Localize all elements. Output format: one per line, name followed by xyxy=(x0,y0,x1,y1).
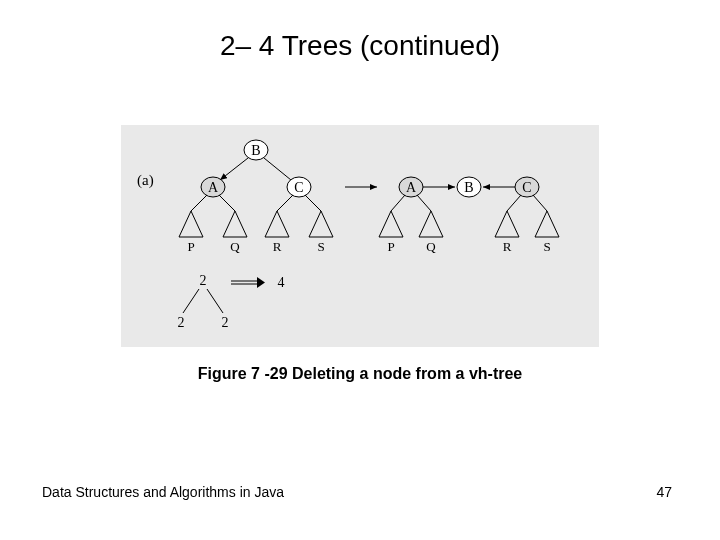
frag-top: 2 xyxy=(200,273,207,288)
leaf-q: Q xyxy=(230,239,240,254)
frag-edge-r xyxy=(207,289,223,313)
edge-c2-s xyxy=(533,195,547,211)
tri-r xyxy=(265,211,289,237)
tri-p xyxy=(179,211,203,237)
edge-a2-p xyxy=(391,195,405,211)
edge-a2-q xyxy=(417,195,431,211)
tri-q2 xyxy=(419,211,443,237)
slide-title: 2– 4 Trees (continued) xyxy=(0,30,720,62)
edge-a-q xyxy=(219,195,235,211)
tri-q xyxy=(223,211,247,237)
edge-b-c xyxy=(264,158,291,180)
slide: 2– 4 Trees (continued) (a) B A C P Q xyxy=(0,0,720,540)
edge-c-r xyxy=(277,195,293,211)
tri-p2 xyxy=(379,211,403,237)
leaf-r2: R xyxy=(503,239,512,254)
edge-b-a xyxy=(220,158,248,180)
leaf-r: R xyxy=(273,239,282,254)
edge-a-p xyxy=(191,195,207,211)
node-a2-label: A xyxy=(406,180,417,195)
tri-s2 xyxy=(535,211,559,237)
node-a-label: A xyxy=(208,180,219,195)
frag-arrow-head xyxy=(257,277,265,288)
figure-caption: Figure 7 -29 Deleting a node from a vh-t… xyxy=(0,365,720,383)
node-c2-label: C xyxy=(522,180,531,195)
tri-s xyxy=(309,211,333,237)
frag-edge-l xyxy=(183,289,199,313)
edge-c-s xyxy=(305,195,321,211)
leaf-p2: P xyxy=(387,239,394,254)
leaf-p: P xyxy=(187,239,194,254)
node-c-label: C xyxy=(294,180,303,195)
node-b2-label: B xyxy=(464,180,473,195)
frag-result: 4 xyxy=(278,275,285,290)
footer-page-number: 47 xyxy=(656,484,672,500)
diagram-svg: (a) B A C P Q R xyxy=(121,125,599,347)
leaf-q2: Q xyxy=(426,239,436,254)
footer-source: Data Structures and Algorithms in Java xyxy=(42,484,284,500)
leaf-s2: S xyxy=(543,239,550,254)
leaf-s: S xyxy=(317,239,324,254)
frag-leaf-r: 2 xyxy=(222,315,229,330)
tri-r2 xyxy=(495,211,519,237)
edge-c2-r xyxy=(507,195,521,211)
figure-panel: (a) B A C P Q R xyxy=(121,125,599,347)
panel-label: (a) xyxy=(137,172,154,189)
frag-leaf-l: 2 xyxy=(178,315,185,330)
node-root-b-label: B xyxy=(251,143,260,158)
